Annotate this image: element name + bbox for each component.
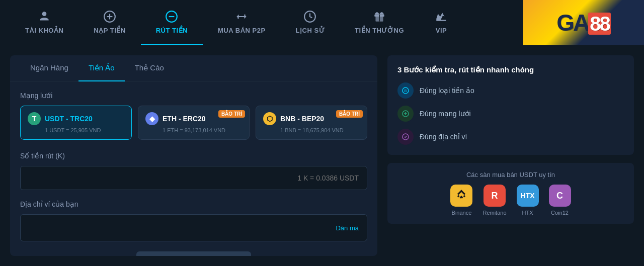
network-card-usdt-trc20[interactable]: T USDT - TRC20 1 USDT = 25,905 VND xyxy=(20,106,132,140)
tab-the-cao[interactable]: Thẻ Cào xyxy=(125,55,174,81)
user-icon xyxy=(37,10,51,24)
network-options: T USDT - TRC20 1 USDT = 25,905 VND BẢO T… xyxy=(20,106,367,140)
panel-body: Mạng lưới T USDT - TRC20 1 USDT = 25,905… xyxy=(10,81,377,256)
amount-section-label: Số tiền rút (K) xyxy=(20,152,367,160)
nav-label-vip: VIP xyxy=(436,27,447,34)
step-text-2: Đúng mạng lưới xyxy=(420,110,471,118)
usdt-network-name: USDT - TRC20 xyxy=(45,115,93,123)
coin12-logo: C xyxy=(549,185,571,207)
plus-icon xyxy=(103,10,117,24)
binance-logo xyxy=(450,185,472,207)
exchange-list: Binance R Remitano HTX HTX C Coin12 xyxy=(397,185,624,216)
nav-item-tai-khoan[interactable]: TÀI KHOẢN xyxy=(10,0,78,45)
bnb-badge: BẢO TRÌ xyxy=(336,110,363,118)
nav-label-lich-su: LỊCH SỬ xyxy=(296,27,325,34)
nav-item-mua-ban-p2p[interactable]: MUA BÁN P2P xyxy=(203,0,281,45)
address-section-label: Địa chỉ ví của bạn xyxy=(20,200,367,208)
clock-icon xyxy=(303,10,317,24)
nav-label-tien-thuong: TIỀN THƯỞNG xyxy=(355,27,404,34)
nav-item-nap-tien[interactable]: NẠP TIỀN xyxy=(78,0,140,45)
nav-item-vip[interactable]: VIP xyxy=(419,0,463,45)
steps-info-card: 3 Bước kiểm tra, rút tiền nhanh chóng B … xyxy=(387,55,634,155)
eth-network-name: ETH - ERC20 xyxy=(163,115,206,123)
svg-point-0 xyxy=(42,12,47,16)
step-item-2: Đúng mạng lưới xyxy=(397,106,624,122)
binance-name: Binance xyxy=(452,210,472,216)
address-input-wrapper: Dán mã xyxy=(20,214,367,241)
step-icon-3 xyxy=(397,129,414,145)
remitano-logo: R xyxy=(484,185,506,207)
amount-input[interactable] xyxy=(29,174,359,182)
gift-icon xyxy=(372,10,386,24)
nav-item-rut-tien[interactable]: RÚT TIỀN xyxy=(141,0,203,45)
step-text-3: Đúng địa chỉ ví xyxy=(420,133,467,141)
step-text-1: Đúng loại tiền ảo xyxy=(420,86,474,95)
amount-input-group: Số tiền rút (K) xyxy=(20,152,367,190)
submit-button[interactable]: Rút Tiền xyxy=(136,251,252,256)
remitano-name: Remitano xyxy=(482,210,506,216)
bnb-network-icon: ⬡ xyxy=(263,112,276,125)
main-content: Ngân Hàng Tiền Ảo Thẻ Cào Mạng lưới T US… xyxy=(0,45,644,266)
bnb-network-name: BNB - BEP20 xyxy=(280,115,324,123)
network-section-label: Mạng lưới xyxy=(20,92,367,100)
nav-label-nap-tien: NẠP TIỀN xyxy=(94,27,125,34)
nav-label-rut-tien: RÚT TIỀN xyxy=(156,27,188,34)
step-icon-2 xyxy=(397,106,414,122)
crown-icon xyxy=(434,10,448,24)
steps-title: 3 Bước kiểm tra, rút tiền nhanh chóng xyxy=(397,65,624,74)
network-card-bnb-bep20[interactable]: BẢO TRÌ ⬡ BNB - BEP20 1 BNB = 18,675,904… xyxy=(256,106,367,140)
right-panel: 3 Bước kiểm tra, rút tiền nhanh chóng B … xyxy=(387,55,634,256)
paste-button[interactable]: Dán mã xyxy=(336,224,359,232)
bnb-network-rate: 1 BNB = 18,675,904 VND xyxy=(280,127,360,133)
tab-tien-ao[interactable]: Tiền Ảo xyxy=(78,55,125,81)
exchange-htx[interactable]: HTX HTX xyxy=(517,185,539,216)
exchange-coin12[interactable]: C Coin12 xyxy=(549,185,571,216)
tab-bar: Ngân Hàng Tiền Ảo Thẻ Cào xyxy=(10,55,377,81)
eth-badge: BẢO TRÌ xyxy=(218,110,245,118)
exchanges-title: Các sàn mua bán USDT uy tín xyxy=(397,171,624,179)
usdt-network-rate: 1 USDT = 25,905 VND xyxy=(45,127,124,133)
step-item-3: Đúng địa chỉ ví xyxy=(397,129,624,145)
coin12-name: Coin12 xyxy=(551,210,569,216)
address-input[interactable] xyxy=(29,224,336,232)
nav-label-tai-khoan: TÀI KHOẢN xyxy=(25,27,63,34)
step-icon-1: B xyxy=(397,82,414,99)
nav-label-mua-ban-p2p: MUA BÁN P2P xyxy=(218,27,266,34)
exchange-icon xyxy=(234,10,249,24)
htx-logo: HTX xyxy=(517,185,539,207)
top-navigation: TÀI KHOẢN NẠP TIỀN RÚT TIỀN MUA BÁN P2P xyxy=(0,0,644,45)
tab-ngan-hang[interactable]: Ngân Hàng xyxy=(20,55,78,81)
eth-network-rate: 1 ETH = 93,173,014 VND xyxy=(163,127,242,133)
exchanges-card: Các sàn mua bán USDT uy tín Binance R Re… xyxy=(387,163,634,224)
logo: GA88 xyxy=(523,0,644,45)
usdt-network-icon: T xyxy=(28,112,41,125)
network-card-eth-erc20[interactable]: BẢO TRÌ ◆ ETH - ERC20 1 ETH = 93,173,014… xyxy=(138,106,250,140)
htx-name: HTX xyxy=(522,210,533,216)
address-input-group: Địa chỉ ví của bạn Dán mã xyxy=(20,200,367,241)
nav-item-lich-su[interactable]: LỊCH SỬ xyxy=(281,0,340,45)
eth-network-icon: ◆ xyxy=(145,112,158,125)
info-steps: B Đúng loại tiền ảo Đúng mạng lưới Đúng … xyxy=(397,82,624,145)
step-item-1: B Đúng loại tiền ảo xyxy=(397,82,624,99)
exchange-binance[interactable]: Binance xyxy=(450,185,472,216)
nav-item-tien-thuong[interactable]: TIỀN THƯỞNG xyxy=(340,0,419,45)
minus-icon xyxy=(165,10,179,24)
amount-input-wrapper xyxy=(20,166,367,190)
exchange-remitano[interactable]: R Remitano xyxy=(482,185,506,216)
svg-text:B: B xyxy=(404,88,407,93)
network-card-header-usdt: T USDT - TRC20 xyxy=(28,112,124,125)
left-panel: Ngân Hàng Tiền Ảo Thẻ Cào Mạng lưới T US… xyxy=(10,55,377,256)
